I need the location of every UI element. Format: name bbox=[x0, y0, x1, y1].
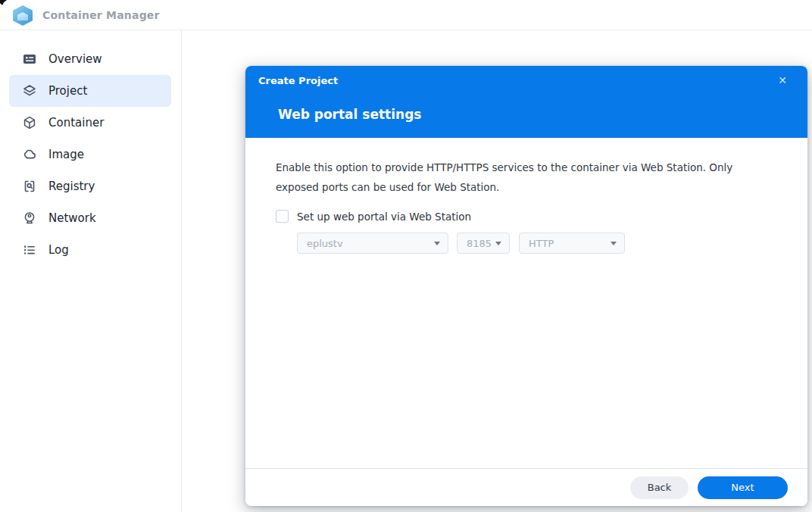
port-select-value: 8185 bbox=[467, 238, 492, 249]
web-portal-checkbox[interactable] bbox=[276, 210, 289, 223]
dialog-title: Create Project bbox=[258, 75, 338, 86]
description-text: Enable this option to provide HTTP/HTTPS… bbox=[276, 158, 768, 197]
project-icon bbox=[23, 84, 36, 98]
dialog-step-title: Web portal settings bbox=[278, 107, 421, 122]
port-select[interactable]: 8185 bbox=[457, 233, 510, 254]
registry-icon bbox=[23, 180, 36, 193]
sidebar-item-label: Container bbox=[48, 116, 104, 130]
web-portal-selects-row: eplustv 8185 HTTP bbox=[297, 233, 771, 254]
web-portal-checkbox-row: Set up web portal via Web Station bbox=[276, 210, 771, 223]
sidebar-item-project[interactable]: Project bbox=[9, 75, 171, 107]
sidebar-item-label: Log bbox=[48, 243, 69, 257]
logo-inner-shape bbox=[17, 12, 28, 20]
sidebar-item-overview[interactable]: Overview bbox=[9, 43, 171, 75]
sidebar-item-label: Overview bbox=[48, 52, 102, 66]
sidebar-item-container[interactable]: Container bbox=[9, 107, 171, 139]
container-manager-logo-icon bbox=[13, 5, 33, 26]
image-icon bbox=[23, 148, 36, 161]
next-button[interactable]: Next bbox=[698, 476, 788, 499]
network-icon bbox=[23, 211, 36, 225]
dialog-footer: Back Next bbox=[245, 468, 807, 506]
app-title: Container Manager bbox=[42, 9, 160, 21]
service-select-value: eplustv bbox=[307, 238, 343, 249]
sidebar-item-registry[interactable]: Registry bbox=[9, 170, 171, 202]
web-portal-checkbox-label: Set up web portal via Web Station bbox=[297, 211, 471, 223]
create-project-dialog: Create Project Web portal settings ✕ Ena… bbox=[245, 66, 807, 506]
sidebar-item-label: Project bbox=[48, 84, 87, 98]
service-select[interactable]: eplustv bbox=[297, 233, 448, 254]
close-icon[interactable]: ✕ bbox=[776, 73, 789, 87]
protocol-select[interactable]: HTTP bbox=[519, 233, 625, 254]
sidebar-item-label: Network bbox=[48, 211, 96, 225]
overview-icon bbox=[23, 52, 36, 66]
sidebar-item-label: Registry bbox=[48, 180, 95, 193]
sidebar-item-label: Image bbox=[48, 148, 84, 161]
chevron-down-icon bbox=[495, 242, 501, 245]
sidebar-item-log[interactable]: Log bbox=[9, 234, 171, 266]
sidebar-item-network[interactable]: Network bbox=[9, 202, 171, 234]
protocol-select-value: HTTP bbox=[529, 238, 554, 249]
topbar: Container Manager bbox=[0, 0, 812, 30]
cursor-artifact bbox=[0, 0, 7, 5]
sidebar-item-image[interactable]: Image bbox=[9, 139, 171, 170]
dialog-header: Create Project Web portal settings ✕ bbox=[245, 66, 807, 138]
dialog-body: Enable this option to provide HTTP/HTTPS… bbox=[245, 138, 807, 468]
container-icon bbox=[23, 116, 36, 130]
sidebar: Overview Project Container Image Registr… bbox=[0, 30, 182, 512]
back-button[interactable]: Back bbox=[630, 476, 689, 499]
chevron-down-icon bbox=[434, 242, 440, 245]
log-icon bbox=[23, 243, 36, 257]
chevron-down-icon bbox=[611, 242, 617, 245]
